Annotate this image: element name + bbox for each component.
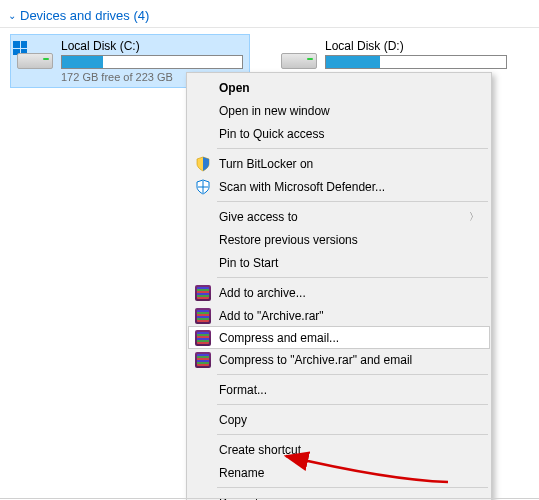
menu-item[interactable]: Add to "Archive.rar" — [189, 304, 489, 327]
shield-icon — [195, 156, 211, 172]
menu-item[interactable]: Restore previous versions — [189, 228, 489, 251]
winrar-icon — [195, 285, 211, 301]
menu-separator — [217, 487, 488, 488]
menu-separator — [217, 148, 488, 149]
menu-item-label: Compress and email... — [219, 331, 339, 345]
menu-item-label: Give access to — [219, 210, 298, 224]
winrar-icon — [195, 308, 211, 324]
menu-item[interactable]: Copy — [189, 408, 489, 431]
menu-item[interactable]: Compress and email... — [188, 326, 490, 349]
winrar-icon — [195, 330, 211, 346]
menu-item-label: Restore previous versions — [219, 233, 358, 247]
menu-item[interactable]: Turn BitLocker on — [189, 152, 489, 175]
menu-item-label: Format... — [219, 383, 267, 397]
drive-icon — [281, 41, 317, 69]
menu-item-label: Pin to Start — [219, 256, 278, 270]
menu-item-label: Copy — [219, 413, 247, 427]
menu-item-label: Turn BitLocker on — [219, 157, 313, 171]
menu-item-label: Add to "Archive.rar" — [219, 309, 324, 323]
drive-usage-bar — [325, 55, 507, 69]
drive-name: Local Disk (C:) — [61, 39, 243, 53]
menu-separator — [217, 404, 488, 405]
menu-item[interactable]: Create shortcut — [189, 438, 489, 461]
menu-item[interactable]: Pin to Quick access — [189, 122, 489, 145]
menu-separator — [217, 434, 488, 435]
menu-separator — [217, 374, 488, 375]
menu-item[interactable]: Scan with Microsoft Defender... — [189, 175, 489, 198]
divider — [0, 498, 539, 499]
section-title: Devices and drives (4) — [20, 8, 149, 23]
chevron-right-icon: 〉 — [469, 210, 479, 224]
menu-item-label: Pin to Quick access — [219, 127, 324, 141]
drive-usage-bar — [61, 55, 243, 69]
menu-item-label: Open in new window — [219, 104, 330, 118]
drive-item[interactable]: Local Disk (D:) — [274, 34, 514, 76]
menu-item[interactable]: Rename — [189, 461, 489, 484]
menu-item-label: Compress to "Archive.rar" and email — [219, 353, 412, 367]
menu-item[interactable]: Format... — [189, 378, 489, 401]
menu-separator — [217, 277, 488, 278]
winrar-icon — [195, 352, 211, 368]
menu-item[interactable]: Compress to "Archive.rar" and email — [189, 348, 489, 371]
menu-item[interactable]: Pin to Start — [189, 251, 489, 274]
drive-icon — [17, 41, 53, 69]
menu-item[interactable]: Add to archive... — [189, 281, 489, 304]
menu-item[interactable]: Give access to〉 — [189, 205, 489, 228]
chevron-down-icon: ⌄ — [8, 10, 16, 21]
menu-item-label: Add to archive... — [219, 286, 306, 300]
menu-item-label: Create shortcut — [219, 443, 301, 457]
menu-item-label: Rename — [219, 466, 264, 480]
menu-item[interactable]: Open in new window — [189, 99, 489, 122]
drive-name: Local Disk (D:) — [325, 39, 507, 53]
menu-item[interactable]: Open — [189, 76, 489, 99]
section-header[interactable]: ⌄ Devices and drives (4) — [0, 0, 539, 28]
context-menu: OpenOpen in new windowPin to Quick acces… — [186, 72, 492, 500]
menu-item-label: Open — [219, 81, 250, 95]
menu-item-label: Scan with Microsoft Defender... — [219, 180, 385, 194]
menu-separator — [217, 201, 488, 202]
defender-icon — [195, 179, 211, 195]
